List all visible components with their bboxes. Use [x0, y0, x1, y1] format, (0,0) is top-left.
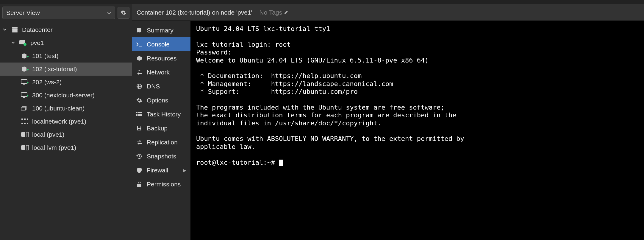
replicate-icon: [136, 140, 143, 145]
svg-rect-18: [26, 132, 29, 137]
svg-rect-1: [12, 29, 18, 31]
storage-icon: [21, 132, 29, 138]
tree-item-storage[interactable]: local-lvm (pve1): [0, 141, 132, 154]
nav-label: Permissions: [147, 181, 181, 188]
expand-caret-icon: [3, 27, 8, 32]
nav-options[interactable]: Options: [132, 93, 190, 107]
nav-label: Network: [147, 69, 170, 76]
tree-item-lxc[interactable]: 102 (lxc-tutorial): [0, 63, 132, 76]
chevron-down-icon: [107, 9, 111, 16]
view-select[interactable]: Server View: [2, 7, 115, 19]
list-icon: [136, 112, 143, 117]
content-panel: Container 102 (lxc-tutorial) on node 'pv…: [132, 4, 644, 240]
svg-rect-15: [24, 123, 26, 124]
tree-label: 100 (ubuntu-clean): [32, 105, 85, 112]
tree-label: local (pve1): [32, 131, 65, 138]
exchange-icon: [136, 70, 143, 75]
tree-item-template[interactable]: 100 (ubuntu-clean): [0, 102, 132, 115]
svg-point-4: [24, 43, 26, 46]
tree-label: pve1: [30, 39, 44, 46]
nav-console[interactable]: Console: [132, 37, 190, 51]
svg-rect-28: [138, 114, 142, 115]
nav-label: Summary: [147, 27, 173, 34]
history-icon: [136, 153, 143, 159]
svg-rect-5: [21, 80, 27, 83]
svg-rect-32: [138, 129, 140, 130]
cube-icon: [136, 55, 143, 61]
svg-rect-26: [138, 112, 142, 113]
tree-item-lxc[interactable]: 101 (test): [0, 49, 132, 63]
nav-label: DNS: [147, 83, 160, 90]
tags-label: No Tags: [260, 9, 282, 16]
settings-button[interactable]: [118, 7, 129, 19]
left-panel: Server View: [0, 4, 132, 240]
svg-rect-7: [21, 93, 27, 96]
svg-rect-25: [136, 112, 137, 113]
nav-label: Console: [147, 41, 170, 48]
globe-icon: [136, 83, 143, 89]
svg-rect-0: [12, 27, 18, 29]
storage-icon: [21, 145, 29, 151]
tree-label: 300 (nextcloud-server): [32, 92, 95, 99]
nav-label: Replication: [147, 139, 178, 146]
nav-label: Options: [147, 97, 168, 104]
tree-item-vm[interactable]: 300 (nextcloud-server): [0, 89, 132, 102]
desktop-icon: [21, 79, 29, 85]
nav-firewall[interactable]: Firewall ▶: [132, 163, 190, 177]
nav-dns[interactable]: DNS: [132, 79, 190, 93]
content-header: Container 102 (lxc-tutorial) on node 'pv…: [132, 4, 644, 21]
terminal-icon: [136, 42, 143, 47]
svg-rect-10: [21, 107, 25, 110]
tree-label: 102 (lxc-tutorial): [32, 66, 77, 73]
svg-rect-8: [23, 97, 25, 98]
tags-button[interactable]: No Tags: [260, 9, 289, 16]
container-icon: [21, 53, 29, 59]
nav-replication[interactable]: Replication: [132, 135, 190, 149]
tree-datacenter[interactable]: Datacenter: [0, 23, 132, 36]
nav-resources[interactable]: Resources: [132, 51, 190, 65]
svg-rect-31: [138, 126, 140, 128]
node-icon: [19, 40, 27, 46]
svg-rect-14: [21, 123, 23, 124]
svg-rect-30: [138, 115, 142, 116]
server-icon: [11, 26, 19, 33]
console-terminal[interactable]: Ubuntu 24.04 LTS lxc-tutorial tty1 lxc-t…: [191, 21, 644, 240]
nav-task-history[interactable]: Task History: [132, 107, 190, 121]
nav-summary[interactable]: Summary: [132, 23, 190, 37]
tree-label: Datacenter: [22, 26, 53, 33]
container-icon: [21, 66, 29, 72]
breadcrumb: Container 102 (lxc-tutorial) on node 'pv…: [137, 9, 252, 16]
shield-icon: [136, 167, 143, 173]
tree-label: 101 (test): [32, 52, 59, 60]
tree-item-storage[interactable]: local (pve1): [0, 128, 132, 141]
gear-icon: [136, 97, 143, 103]
svg-rect-13: [27, 119, 28, 120]
top-strip: [0, 0, 644, 4]
nav-backup[interactable]: Backup: [132, 121, 190, 135]
desktop-icon: [21, 92, 29, 99]
gear-icon: [121, 10, 126, 16]
view-select-label: Server View: [6, 9, 40, 16]
nav-permissions[interactable]: Permissions: [132, 177, 190, 191]
nav-snapshots[interactable]: Snapshots: [132, 149, 190, 163]
tree-item-network[interactable]: localnetwork (pve1): [0, 115, 132, 128]
template-icon: [21, 105, 29, 112]
tree-label: local-lvm (pve1): [32, 144, 76, 151]
nav-label: Backup: [147, 125, 168, 132]
book-icon: [136, 27, 143, 33]
tree-item-vm[interactable]: 202 (ws-2): [0, 76, 132, 89]
svg-rect-11: [21, 119, 23, 120]
nav-network[interactable]: Network: [132, 65, 190, 79]
unlock-icon: [136, 181, 143, 187]
chevron-right-icon: ▶: [183, 168, 186, 173]
svg-rect-27: [136, 114, 137, 115]
expand-caret-icon: [11, 40, 16, 46]
svg-rect-12: [24, 119, 26, 120]
svg-rect-33: [137, 184, 141, 187]
section-nav: Summary Console Resources: [132, 21, 191, 240]
resource-tree: Datacenter pve1 101 (test): [0, 21, 132, 240]
tree-node-pve1[interactable]: pve1: [0, 36, 132, 49]
svg-rect-2: [12, 31, 18, 32]
tree-label: 202 (ws-2): [32, 79, 62, 86]
svg-rect-29: [136, 115, 137, 116]
